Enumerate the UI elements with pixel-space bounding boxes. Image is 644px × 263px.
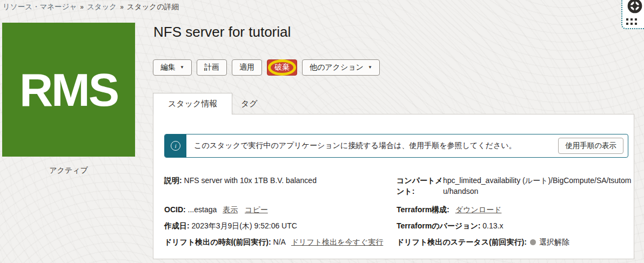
edit-button[interactable]: 編集 ▼ <box>153 59 192 76</box>
breadcrumb-separator-icon: » <box>80 3 84 11</box>
more-actions-button-label: 他のアクション <box>310 63 364 72</box>
compartment-label: コンパートメント: <box>397 175 443 197</box>
edit-button-label: 編集 <box>160 63 176 72</box>
terraform-download-link[interactable]: ダウンロード <box>455 205 502 214</box>
stack-resource-tile: RMS <box>2 23 135 157</box>
drift-status-value: 選択解除 <box>539 238 569 246</box>
help-lifering-icon[interactable] <box>626 0 643 17</box>
plan-button[interactable]: 計画 <box>197 59 227 76</box>
destroy-button-label: 破棄 <box>274 63 290 72</box>
status-badge: アクティブ <box>2 166 135 176</box>
drift-status-dot-icon <box>530 239 536 245</box>
compartment-value: hpc_limited_availability (ルート)/BigComput… <box>443 175 638 197</box>
plan-button-label: 計画 <box>204 63 219 72</box>
tab-stack-info[interactable]: スタック情報 <box>153 93 232 114</box>
info-icon-block: i <box>165 134 186 157</box>
chevron-down-icon: ▼ <box>180 65 184 70</box>
destroy-button[interactable]: 破棄 <box>267 59 297 76</box>
terraform-config-field: Terraform構成: ダウンロード <box>397 204 501 215</box>
ocid-field: OCID: ...estaga 表示 コピー <box>164 204 268 215</box>
created-date-value: 2023年3月9日(木) 9:52:06 UTC <box>192 221 297 230</box>
breadcrumb-separator-icon: » <box>120 3 124 11</box>
drift-status-field: ドリフト検出のステータス(前回実行):選択解除 <box>397 237 569 247</box>
created-date-label: 作成日: <box>164 221 190 230</box>
show-instructions-button[interactable]: 使用手順の表示 <box>558 138 623 154</box>
stack-actions-toolbar: 編集 ▼ 計画 適用 破棄 他のアクション ▼ <box>153 59 380 76</box>
info-banner: i このスタックで実行中のアプリケーションに接続する場合は、使用手順を参照してく… <box>164 134 628 158</box>
drift-time-value: N/A <box>273 238 286 246</box>
resource-manager-stack-details-page: リソース・マネージャ » スタック » スタックの詳細 RM <box>0 0 644 263</box>
tab-tags[interactable]: タグ <box>236 93 263 114</box>
terraform-version-value: 0.13.x <box>482 221 503 230</box>
ocid-show-link[interactable]: 表示 <box>223 205 238 214</box>
stack-info-panel: i このスタックで実行中のアプリケーションに接続する場合は、使用手順を参照してく… <box>153 114 634 259</box>
breadcrumb-stacks[interactable]: スタック <box>87 2 117 12</box>
ocid-copy-link[interactable]: コピー <box>245 205 268 214</box>
apply-button-label: 適用 <box>239 63 254 72</box>
chevron-down-icon: ▼ <box>368 65 372 70</box>
compartment-field: コンパートメント: hpc_limited_availability (ルート)… <box>397 175 638 197</box>
description-label: 説明: <box>164 176 182 185</box>
drift-time-field: ドリフト検出の時刻(前回実行): N/A ドリフト検出を今すぐ実行 <box>164 237 383 247</box>
ocid-value: ...estaga <box>188 205 217 214</box>
description-value: NFS server with 10x 1TB B.V. balanced <box>184 176 317 185</box>
apply-button[interactable]: 適用 <box>232 59 262 76</box>
info-icon: i <box>171 141 180 151</box>
run-drift-detection-link[interactable]: ドリフト検出を今すぐ実行 <box>291 238 383 246</box>
apps-grid-icon[interactable] <box>626 18 637 25</box>
breadcrumb: リソース・マネージャ » スタック » スタックの詳細 <box>3 2 179 12</box>
breadcrumb-stack-details: スタックの詳細 <box>127 2 179 12</box>
help-menu-box[interactable] <box>621 0 644 29</box>
created-date-field: 作成日: 2023年3月9日(木) 9:52:06 UTC <box>164 220 297 231</box>
page-title: NFS server for tutorial <box>153 24 291 41</box>
breadcrumb-resource-manager[interactable]: リソース・マネージャ <box>3 2 77 12</box>
terraform-config-label: Terraform構成: <box>397 205 450 214</box>
more-actions-button[interactable]: 他のアクション ▼ <box>302 59 380 76</box>
terraform-version-field: Terraformのバージョン: 0.13.x <box>397 220 503 231</box>
info-banner-message: このスタックで実行中のアプリケーションに接続する場合は、使用手順を参照してくださ… <box>186 141 516 151</box>
drift-time-label: ドリフト検出の時刻(前回実行): <box>164 238 271 246</box>
ocid-label: OCID: <box>164 205 186 214</box>
drift-status-label: ドリフト検出のステータス(前回実行): <box>397 238 527 246</box>
description-field: 説明: NFS server with 10x 1TB B.V. balance… <box>164 175 317 186</box>
rms-logo: RMS <box>19 66 118 113</box>
terraform-version-label: Terraformのバージョン: <box>397 221 480 230</box>
